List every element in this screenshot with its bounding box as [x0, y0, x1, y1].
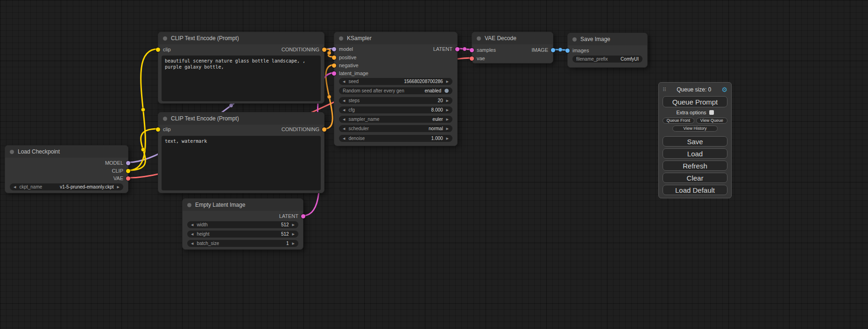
- decrement-arrow-icon[interactable]: ◀: [191, 240, 193, 247]
- decrement-arrow-icon[interactable]: ◀: [191, 221, 193, 228]
- widget-filename-prefix[interactable]: filename_prefix ComfyUI: [572, 56, 642, 63]
- collapse-dot[interactable]: [187, 203, 191, 207]
- widget-height[interactable]: ◀ height 512 ▶: [187, 231, 298, 238]
- output-slot-conditioning[interactable]: CONDITIONING: [282, 126, 319, 133]
- slot-dot-latent[interactable]: [470, 48, 474, 52]
- widget-seed[interactable]: ◀ seed 156680208700286 ▶: [339, 78, 452, 85]
- output-slot-latent[interactable]: LATENT: [433, 45, 452, 53]
- slot-dot-conditioning[interactable]: [332, 56, 336, 60]
- increment-arrow-icon[interactable]: ▶: [292, 221, 295, 228]
- slot-dot-vae[interactable]: [126, 176, 130, 181]
- increment-arrow-icon[interactable]: ▶: [292, 240, 295, 247]
- next-arrow-icon[interactable]: ▶: [446, 125, 449, 132]
- widget-random-seed-toggle[interactable]: Random seed after every gen enabled: [339, 87, 452, 94]
- clear-button[interactable]: Clear: [663, 173, 727, 183]
- widget-width[interactable]: ◀ width 512 ▶: [187, 221, 298, 228]
- widget-cfg[interactable]: ◀ cfg 8.000 ▶: [339, 106, 452, 113]
- slot-dot-model[interactable]: [126, 161, 130, 165]
- node-ksampler[interactable]: KSampler model LATENT positive negative …: [334, 32, 458, 146]
- prompt-textarea[interactable]: beautiful scenery nature glass bottle la…: [162, 56, 321, 101]
- increment-arrow-icon[interactable]: ▶: [446, 135, 449, 142]
- queue-front-button[interactable]: Queue Front: [663, 118, 694, 124]
- collapse-dot[interactable]: [10, 150, 14, 154]
- save-button[interactable]: Save: [663, 136, 727, 147]
- node-title-bar[interactable]: Save Image: [568, 33, 647, 45]
- decrement-arrow-icon[interactable]: ◀: [191, 231, 193, 238]
- next-arrow-icon[interactable]: ▶: [446, 116, 449, 123]
- view-history-button[interactable]: View History: [672, 126, 718, 132]
- node-title-bar[interactable]: CLIP Text Encode (Prompt): [158, 32, 324, 44]
- input-slot-clip[interactable]: clip: [163, 126, 171, 133]
- widget-ckpt-name[interactable]: ◀ ckpt_name v1-5-pruned-emaonly.ckpt ▶: [10, 183, 123, 190]
- slot-dot-vae[interactable]: [470, 56, 474, 61]
- slot-dot-latent[interactable]: [332, 71, 336, 76]
- increment-arrow-icon[interactable]: ▶: [446, 78, 449, 85]
- input-slot-images[interactable]: images: [572, 47, 589, 54]
- slot-dot-model[interactable]: [332, 47, 336, 51]
- refresh-button[interactable]: Refresh: [663, 161, 727, 171]
- queue-prompt-button[interactable]: Queue Prompt: [663, 96, 727, 107]
- load-button[interactable]: Load: [663, 148, 727, 159]
- node-clip-text-encode-positive[interactable]: CLIP Text Encode (Prompt) clip CONDITION…: [158, 32, 325, 104]
- load-default-button[interactable]: Load Default: [663, 185, 727, 195]
- output-slot-image[interactable]: IMAGE: [532, 46, 548, 54]
- input-slot-vae[interactable]: vae: [477, 55, 485, 62]
- output-slot-clip[interactable]: CLIP: [112, 167, 123, 175]
- node-title-bar[interactable]: Load Checkpoint: [5, 146, 128, 158]
- node-title-bar[interactable]: CLIP Text Encode (Prompt): [158, 112, 324, 125]
- queue-menu-panel[interactable]: ⠿ Queue size: 0 ⚙ Queue Prompt Extra opt…: [658, 82, 732, 198]
- prompt-textarea[interactable]: text, watermark: [162, 136, 321, 190]
- collapse-dot[interactable]: [339, 36, 343, 41]
- slot-dot-image[interactable]: [565, 49, 570, 53]
- slot-dot-latent[interactable]: [455, 47, 459, 51]
- decrement-arrow-icon[interactable]: ◀: [343, 78, 345, 85]
- slot-dot-image[interactable]: [551, 48, 555, 52]
- toggle-knob[interactable]: [445, 89, 449, 93]
- widget-steps[interactable]: ◀ steps 20 ▶: [339, 97, 452, 104]
- node-title-bar[interactable]: VAE Decode: [472, 32, 553, 44]
- slot-dot-clip[interactable]: [156, 127, 160, 132]
- prev-arrow-icon[interactable]: ◀: [14, 183, 16, 190]
- widget-denoise[interactable]: ◀ denoise 1.000 ▶: [339, 135, 452, 142]
- output-slot-latent[interactable]: LATENT: [279, 212, 298, 220]
- input-slot-model[interactable]: model: [339, 45, 353, 53]
- increment-arrow-icon[interactable]: ▶: [446, 97, 449, 104]
- widget-sampler-name[interactable]: ◀ sampler_name euler ▶: [339, 116, 452, 123]
- node-load-checkpoint[interactable]: Load Checkpoint MODEL CLIP VAE ◀ ckpt_na…: [5, 145, 128, 193]
- node-empty-latent-image[interactable]: Empty Latent Image LATENT ◀ width 512 ▶ …: [182, 198, 303, 250]
- slot-dot-clip[interactable]: [156, 48, 160, 52]
- slot-dot-conditioning[interactable]: [322, 48, 326, 52]
- output-slot-conditioning[interactable]: CONDITIONING: [282, 46, 319, 53]
- collapse-dot[interactable]: [163, 36, 167, 41]
- collapse-dot[interactable]: [572, 37, 577, 42]
- drag-handle-icon[interactable]: ⠿: [663, 87, 666, 93]
- decrement-arrow-icon[interactable]: ◀: [343, 106, 345, 113]
- node-clip-text-encode-negative[interactable]: CLIP Text Encode (Prompt) clip CONDITION…: [158, 112, 325, 193]
- node-title-bar[interactable]: KSampler: [334, 32, 457, 44]
- decrement-arrow-icon[interactable]: ◀: [343, 97, 345, 104]
- node-title-bar[interactable]: Empty Latent Image: [183, 199, 303, 211]
- next-arrow-icon[interactable]: ▶: [117, 183, 120, 190]
- node-vae-decode[interactable]: VAE Decode samples IMAGE vae: [472, 32, 553, 63]
- graph-canvas[interactable]: Load Checkpoint MODEL CLIP VAE ◀ ckpt_na…: [0, 0, 868, 329]
- slot-dot-conditioning[interactable]: [322, 127, 326, 132]
- collapse-dot[interactable]: [163, 117, 167, 121]
- output-slot-vae[interactable]: VAE: [113, 175, 123, 182]
- output-slot-model[interactable]: MODEL: [105, 159, 123, 167]
- prev-arrow-icon[interactable]: ◀: [343, 125, 345, 132]
- slot-dot-conditioning[interactable]: [332, 63, 336, 68]
- widget-scheduler[interactable]: ◀ scheduler normal ▶: [339, 125, 452, 132]
- input-slot-negative[interactable]: negative: [339, 62, 359, 69]
- view-queue-button[interactable]: View Queue: [696, 118, 728, 124]
- input-slot-samples[interactable]: samples: [477, 46, 496, 54]
- extra-options-checkbox[interactable]: [709, 110, 714, 115]
- input-slot-latent-image[interactable]: latent_image: [339, 70, 368, 77]
- input-slot-positive[interactable]: positive: [339, 54, 356, 61]
- increment-arrow-icon[interactable]: ▶: [446, 106, 449, 113]
- slot-dot-latent[interactable]: [301, 214, 305, 218]
- widget-batch-size[interactable]: ◀ batch_size 1 ▶: [187, 240, 298, 247]
- settings-gear-icon[interactable]: ⚙: [721, 86, 727, 93]
- increment-arrow-icon[interactable]: ▶: [292, 231, 295, 238]
- slot-dot-clip[interactable]: [126, 169, 130, 173]
- node-save-image[interactable]: Save Image images filename_prefix ComfyU…: [567, 33, 648, 68]
